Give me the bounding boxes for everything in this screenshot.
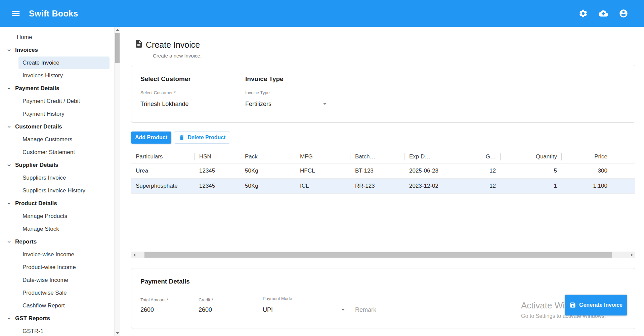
scrollbar-track[interactable]: [138, 252, 629, 258]
sidebar-section-payment-details[interactable]: Payment Details: [0, 82, 114, 95]
credit-value: 2600: [199, 306, 212, 313]
sidebar-item-home[interactable]: Home: [0, 31, 114, 44]
sidebar-item-label: Date-wise Income: [23, 277, 68, 284]
sidebar-item-product-wise-income[interactable]: Product-wise Income: [0, 261, 114, 274]
sidebar: Home Invoices Create Invoice Invoices Hi…: [0, 27, 114, 336]
total-amount-input[interactable]: 2600: [140, 303, 188, 316]
cell-gst: 12: [459, 183, 501, 189]
products-table: Particulars HSN Pack MFG Batch… Exp D… G…: [131, 150, 635, 194]
select-customer-heading: Select Customer: [140, 75, 191, 83]
cell-particulars: Superphosphate: [131, 183, 195, 189]
sidebar-section-product-details[interactable]: Product Details: [0, 197, 114, 210]
sidebar-scrollbar-thumb[interactable]: [115, 33, 120, 63]
sidebar-item-date-wise-income[interactable]: Date-wise Income: [0, 274, 114, 287]
expand-icon: [6, 162, 12, 168]
credit-input[interactable]: 2600: [199, 303, 253, 316]
settings-icon[interactable]: [578, 9, 588, 18]
sidebar-item-label: Suppliers Invoice History: [23, 187, 85, 194]
cell-batch: RR-123: [350, 183, 404, 189]
sidebar-section-label: Payment Details: [15, 85, 59, 92]
total-amount-value: 2600: [140, 306, 154, 313]
sidebar-section-label: Supplier Details: [15, 162, 58, 169]
scroll-down-arrow[interactable]: [115, 330, 120, 336]
add-product-button[interactable]: Add Product: [131, 132, 171, 144]
sidebar-item-manage-stock[interactable]: Manage Stock: [0, 223, 114, 235]
page: Swift Books Home Invoices Create Invoice…: [0, 0, 644, 336]
cell-price: 1,100: [562, 183, 612, 189]
sidebar-section-invoices[interactable]: Invoices: [0, 44, 114, 57]
page-subtitle: Create a new Invoice.: [153, 53, 202, 59]
triangle-right-icon: [631, 253, 633, 257]
cell-mfg: ICL: [295, 183, 350, 189]
sidebar-item-label: Home: [17, 34, 32, 41]
payment-details-heading: Payment Details: [140, 278, 190, 285]
account-icon[interactable]: [619, 9, 628, 18]
column-header-pack: Pack: [240, 150, 295, 163]
triangle-down-icon: [116, 332, 119, 334]
sidebar-item-invoices-history[interactable]: Invoices History: [0, 69, 114, 82]
sidebar-item-label: Payment History: [23, 111, 65, 117]
sidebar-item-payment-history[interactable]: Payment History: [0, 108, 114, 120]
cell-exp-date: 2023-12-02: [404, 183, 459, 189]
sidebar-section-supplier-details[interactable]: Supplier Details: [0, 159, 114, 172]
page-title: Create Invoice: [146, 40, 200, 50]
triangle-up-icon: [116, 29, 119, 31]
invoice-type-value: Fertilizers: [245, 101, 271, 108]
cell-hsn: 12345: [195, 167, 240, 174]
scroll-left-arrow[interactable]: [131, 252, 138, 258]
dropdown-icon: [321, 100, 329, 108]
app-title: Swift Books: [29, 9, 78, 18]
sidebar-section-gst-reports[interactable]: GST Reports: [0, 312, 114, 325]
cell-pack: 50Kg: [240, 167, 295, 174]
sidebar-item-invoice-wise-income[interactable]: Invoice-wise Income: [0, 248, 114, 261]
document-icon: [134, 39, 143, 50]
sidebar-item-create-invoice[interactable]: Create Invoice: [18, 57, 110, 69]
delete-product-button[interactable]: Delete Product: [174, 132, 230, 144]
payment-mode-select[interactable]: UPI: [263, 303, 347, 316]
dropdown-icon: [339, 306, 347, 313]
sidebar-item-productwise-sale[interactable]: Productwise Sale: [0, 287, 114, 299]
table-row[interactable]: Urea 12345 50Kg HFCL BT-123 2025-06-23 1…: [131, 163, 635, 179]
sidebar-item-suppliers-invoice[interactable]: Suppliers Invoice: [0, 172, 114, 184]
sidebar-item-label: Suppliers Invoice: [23, 175, 66, 181]
table-row-selected[interactable]: Superphosphate 12345 50Kg ICL RR-123 202…: [131, 179, 635, 194]
payment-mode-label: Payment Mode: [263, 296, 292, 301]
scroll-up-arrow[interactable]: [115, 27, 120, 33]
sidebar-item-cashflow-report[interactable]: Cashflow Report: [0, 299, 114, 312]
column-header-quantity: Quantity: [501, 150, 562, 163]
sidebar-scrollbar[interactable]: [114, 27, 120, 336]
sidebar-section-customer-details[interactable]: Customer Details: [0, 120, 114, 133]
table-horizontal-scrollbar[interactable]: [131, 252, 635, 258]
sidebar-item-manage-products[interactable]: Manage Products: [0, 210, 114, 223]
scroll-right-arrow[interactable]: [629, 252, 635, 258]
sidebar-item-payment-credit-debit[interactable]: Payment Credit / Debit: [0, 95, 114, 108]
sidebar-section-label: Customer Details: [15, 123, 62, 130]
app-bar-actions: [578, 9, 628, 18]
cell-batch: BT-123: [350, 167, 404, 174]
invoice-type-label: Invoice Type: [245, 90, 270, 95]
scrollbar-thumb[interactable]: [144, 252, 612, 258]
save-icon: [569, 302, 576, 308]
sidebar-item-label: Create Invoice: [23, 60, 59, 66]
invoice-type-select[interactable]: Fertilizers: [245, 97, 329, 110]
sidebar-item-gstr-1[interactable]: GSTR-1: [0, 325, 114, 336]
cell-exp-date: 2025-06-23: [404, 167, 459, 174]
select-customer-value: Trinesh Lokhande: [140, 101, 188, 108]
cell-particulars: Urea: [131, 167, 195, 174]
sidebar-item-manage-customers[interactable]: Manage Customers: [0, 133, 114, 146]
sidebar-section-reports[interactable]: Reports: [0, 235, 114, 248]
sidebar-item-label: Manage Stock: [23, 226, 59, 232]
table-header-row: Particulars HSN Pack MFG Batch… Exp D… G…: [131, 150, 635, 163]
select-customer-input[interactable]: Trinesh Lokhande: [140, 97, 222, 110]
sidebar-item-suppliers-invoice-history[interactable]: Suppliers Invoice History: [0, 184, 114, 197]
invoice-type-heading: Invoice Type: [245, 75, 284, 83]
sidebar-item-customer-statement[interactable]: Customer Statement: [0, 146, 114, 159]
column-header-hsn: HSN: [195, 150, 240, 163]
remark-input[interactable]: Remark: [355, 303, 439, 316]
cloud-upload-icon[interactable]: [599, 9, 608, 18]
generate-invoice-button[interactable]: Generate Invoice: [565, 295, 627, 315]
menu-icon[interactable]: [10, 8, 22, 19]
select-customer-label: Select Customer *: [140, 90, 176, 95]
column-header-mfg: MFG: [295, 150, 350, 163]
sidebar-section-label: Invoices: [15, 47, 38, 53]
